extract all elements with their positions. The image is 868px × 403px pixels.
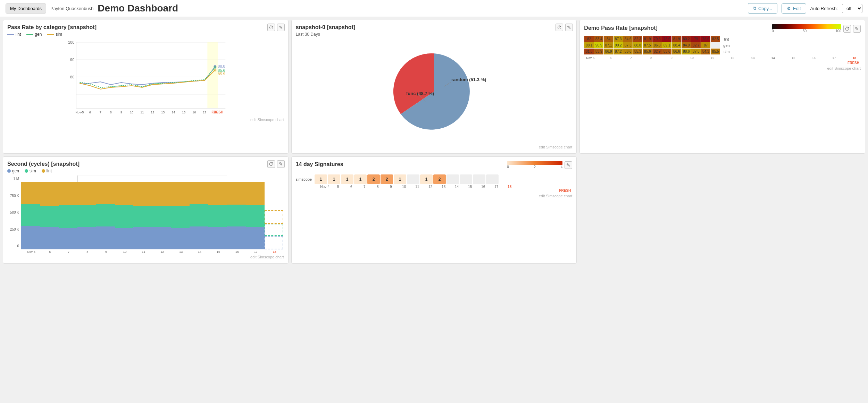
sig-x-label: 12 [424, 185, 437, 189]
svg-text:7: 7 [100, 111, 101, 114]
svg-text:17: 17 [203, 111, 206, 114]
bar-segment-gen [227, 226, 246, 249]
clock-icon-dpr[interactable]: ⏱ [843, 25, 851, 33]
svg-text:13: 13 [161, 111, 165, 114]
pass-rate-edit-link[interactable]: edit Simscope chart [7, 118, 284, 122]
bar-segment-lint [40, 182, 59, 206]
sig-x-label: 5 [332, 185, 344, 189]
legend-sim-sc: sim [25, 169, 36, 173]
dashboard-title: Demo Dashboard [98, 3, 744, 14]
svg-text:Nov-5: Nov-5 [75, 111, 84, 114]
demo-pass-rate-edit-link[interactable]: edit Simscope chart [584, 66, 861, 70]
pass-rate-tools: ⏱ ✎ [267, 24, 285, 31]
bar-segment-gen [190, 226, 208, 249]
sc-x-label: 18 [265, 250, 284, 254]
sig-x-label: 17 [490, 185, 503, 189]
bar-segment-sim [171, 206, 190, 228]
edit-button[interactable]: ⚙ Edit [782, 3, 806, 14]
sig-cell [473, 174, 485, 184]
bar-segment-sim [96, 204, 115, 226]
bar-segment-gen [21, 226, 40, 249]
edit-pencil-icon-s0[interactable]: ✎ [565, 24, 573, 31]
lint-dot-icon [42, 169, 45, 173]
svg-text:16: 16 [192, 111, 196, 114]
auto-refresh-select[interactable]: off 30s 1m 5m [842, 4, 862, 13]
svg-text:9: 9 [120, 111, 122, 114]
svg-text:88.8: 88.8 [218, 64, 225, 68]
sig-x-label: 8 [372, 185, 384, 189]
sig-x-label: 14 [451, 185, 463, 189]
edit-pencil-icon-sc[interactable]: ✎ [277, 160, 285, 168]
bar-segment-gen [115, 228, 134, 249]
bar-segment-lint [59, 182, 77, 205]
sc-x-label: Nov-5 [22, 250, 41, 254]
bar-segment-lint [227, 182, 246, 205]
clock-icon-sc[interactable]: ⏱ [267, 160, 275, 168]
sig-row-label: simscope [296, 177, 312, 181]
clock-icon[interactable]: ⏱ [267, 24, 275, 31]
snapshot0-title: snapshot-0 [snapshot] [296, 24, 573, 31]
legend-sim: sim [47, 32, 62, 37]
edit-label: Edit [793, 6, 801, 11]
bar-group [115, 182, 134, 249]
lint-label: lint [16, 32, 21, 37]
bar-segment-sim [40, 206, 59, 227]
snapshot0-panel: snapshot-0 [snapshot] Last 30 Days ⏱ ✎ f… [291, 20, 577, 154]
sig-cell: 1 [341, 174, 353, 184]
auto-refresh-label: Auto Refresh: [810, 6, 838, 11]
second-cycles-title: Second (cycles) [snapshot] [7, 161, 284, 167]
heatmap-fresh: FRESH [584, 61, 859, 65]
sig-cell: 1 [420, 174, 433, 184]
sig-cell [486, 174, 499, 184]
scale-min: 0 [772, 29, 774, 33]
sig-cell [460, 174, 472, 184]
snapshot0-tools: ⏱ ✎ [556, 24, 573, 31]
bar-segment-lint [208, 182, 227, 205]
sim-label: sim [56, 32, 62, 37]
sig-container: simscope111122112 Nov-456789101112131415… [296, 174, 573, 189]
sig-scale-min: 0 [507, 165, 509, 169]
gen-label: gen [35, 32, 42, 37]
second-cycles-edit-link[interactable]: edit Simscope chart [7, 255, 284, 259]
edit-pencil-icon-dpr[interactable]: ✎ [853, 25, 861, 33]
legend-gen: gen [26, 32, 42, 37]
sig-x-label: 18 [503, 185, 516, 189]
sc-x-label: 12 [153, 250, 172, 254]
sc-x-label: 17 [247, 250, 265, 254]
bar-segment-lint [96, 182, 115, 204]
svg-point-11 [214, 66, 216, 69]
edit-pencil-icon-sig[interactable]: ✎ [565, 161, 572, 169]
bar-group [21, 182, 40, 249]
sim-line-icon [47, 34, 54, 35]
copy-button[interactable]: ⧉ Copy... [748, 3, 777, 14]
bar-segment-sim [133, 206, 152, 227]
heatmap-container: 8283.48487.384.682.381.979.878.681.980.2… [584, 36, 861, 55]
bar-segment-gen [59, 228, 77, 249]
my-dashboards-button[interactable]: My Dashboards [6, 3, 46, 14]
sig-cell [446, 174, 459, 184]
dashboard-grid: Pass Rate by category [snapshot] ⏱ ✎ lin… [0, 17, 868, 266]
edit-pencil-icon[interactable]: ✎ [277, 24, 285, 31]
sig-x-label: Nov-4 [319, 185, 331, 189]
second-cycles-panel: Second (cycles) [snapshot] ⏱ ✎ gen sim l… [3, 156, 289, 264]
svg-text:11: 11 [140, 111, 144, 114]
sig-cell: 1 [354, 174, 367, 184]
pass-rate-title: Pass Rate by category [snapshot] [7, 24, 284, 31]
y-axis-labels: 1 M 750 K 500 K 250 K 0 [7, 175, 20, 249]
snapshot0-edit-link[interactable]: edit Simscope chart [296, 145, 573, 149]
sig-cell: 1 [328, 174, 340, 184]
gen-line-icon [26, 34, 33, 35]
bar-segment-gen [246, 227, 265, 249]
signatures-edit-link[interactable]: edit Simscope chart [296, 194, 573, 198]
top-bar: My Dashboards Payton Quackenbush Demo Da… [0, 0, 868, 17]
sig-x-label: 7 [358, 185, 371, 189]
clock-icon-s0[interactable]: ⏱ [556, 24, 563, 31]
snapshot0-subtitle: Last 30 Days [296, 32, 573, 37]
sig-cell: 2 [433, 174, 446, 184]
bar-segment-lint [190, 182, 208, 204]
bar-segment-lint [77, 182, 96, 205]
sig-gradient [507, 161, 562, 165]
bar-group [133, 182, 152, 249]
sig-cell [407, 174, 419, 184]
sc-x-label: 15 [209, 250, 228, 254]
